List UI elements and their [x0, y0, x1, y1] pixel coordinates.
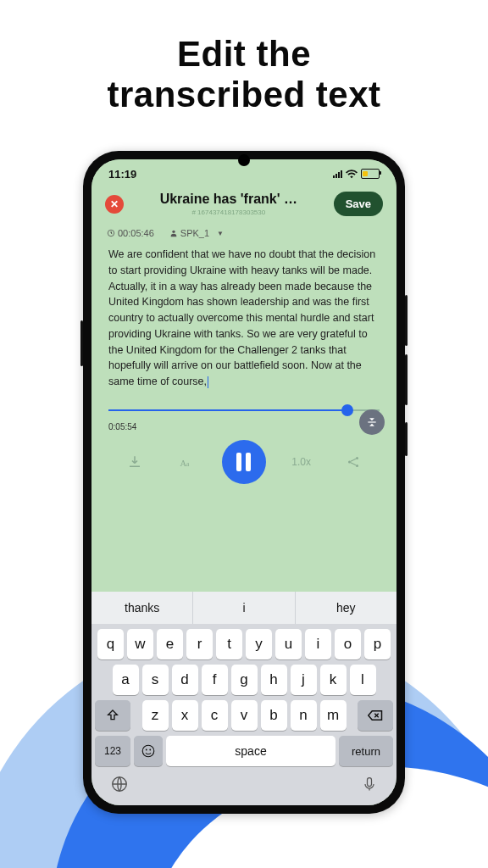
speaker-selector[interactable]: SPK_1 ▼	[169, 228, 224, 238]
suggestion-item[interactable]: hey	[295, 592, 396, 624]
key-a[interactable]: a	[113, 665, 139, 695]
key-u[interactable]: u	[275, 629, 302, 659]
key-q[interactable]: q	[97, 629, 124, 659]
key-j[interactable]: j	[291, 665, 317, 695]
promo-line-1: Edit the	[0, 34, 488, 75]
key-p[interactable]: p	[364, 629, 391, 659]
key-e[interactable]: e	[157, 629, 183, 659]
key-i[interactable]: i	[305, 629, 331, 659]
key-r[interactable]: r	[186, 629, 213, 659]
phone-mockup: 11:19 ✕ Ukraine has 'frank' … # 16743741…	[83, 151, 405, 814]
expand-collapse-button[interactable]	[359, 409, 385, 435]
playback-slider[interactable]	[108, 400, 380, 420]
svg-point-9	[146, 749, 147, 751]
return-key[interactable]: return	[339, 736, 393, 766]
battery-icon	[361, 169, 380, 179]
key-g[interactable]: g	[231, 665, 258, 695]
keyboard-suggestions: thanks i hey	[92, 592, 396, 624]
playback-speed-button[interactable]: 1.0x	[285, 456, 319, 468]
suggestion-item[interactable]: i	[192, 592, 294, 624]
key-h[interactable]: h	[261, 665, 287, 695]
svg-point-8	[142, 745, 154, 757]
wifi-icon	[346, 169, 358, 179]
document-title: Ukraine has 'frank' …	[130, 192, 327, 207]
key-b[interactable]: b	[261, 700, 287, 731]
suggestion-item[interactable]: thanks	[92, 592, 192, 624]
key-n[interactable]: n	[291, 700, 317, 731]
svg-point-5	[348, 460, 351, 463]
download-button[interactable]	[118, 454, 152, 470]
clock-icon	[107, 229, 115, 237]
transcript-text[interactable]: We are confident that we have no doubt t…	[92, 243, 396, 400]
key-f[interactable]: f	[202, 665, 228, 695]
mic-key[interactable]	[361, 775, 378, 797]
chevron-down-icon: ▼	[217, 230, 224, 237]
segment-timestamp: 00:05:46	[107, 228, 154, 238]
svg-point-10	[149, 749, 151, 751]
share-button[interactable]	[336, 454, 370, 470]
key-v[interactable]: v	[231, 700, 258, 731]
key-s[interactable]: s	[142, 665, 169, 695]
text-cursor	[208, 376, 208, 388]
time-current: 0:05:54	[108, 422, 136, 431]
key-c[interactable]: c	[202, 700, 228, 731]
pause-button[interactable]	[222, 440, 266, 484]
document-id: # 167437418178303530	[130, 209, 327, 216]
person-icon	[169, 229, 178, 237]
front-camera-cutout	[238, 154, 250, 166]
numeric-key[interactable]: 123	[95, 736, 130, 766]
key-z[interactable]: z	[142, 700, 169, 731]
promo-line-2: transcribed text	[0, 75, 488, 115]
keyboard: qwertyuiop asdfghjkl zxcvbnm 123	[92, 624, 396, 770]
promo-heading: Edit the transcribed text	[0, 34, 488, 116]
svg-text:a: a	[186, 459, 190, 467]
key-x[interactable]: x	[172, 700, 198, 731]
svg-point-6	[356, 457, 358, 459]
shift-key[interactable]	[95, 700, 130, 731]
key-k[interactable]: k	[320, 665, 347, 695]
key-t[interactable]: t	[216, 629, 242, 659]
backspace-key[interactable]	[358, 700, 393, 731]
status-time: 11:19	[108, 168, 136, 181]
save-button[interactable]: Save	[334, 192, 383, 216]
key-w[interactable]: w	[127, 629, 153, 659]
key-y[interactable]: y	[246, 629, 272, 659]
svg-point-7	[356, 465, 358, 467]
key-l[interactable]: l	[350, 665, 376, 695]
pause-icon	[236, 453, 251, 471]
space-key[interactable]: space	[166, 736, 336, 766]
svg-rect-12	[368, 778, 372, 787]
svg-rect-2	[368, 421, 375, 422]
font-style-button[interactable]: Aa	[169, 454, 203, 470]
key-m[interactable]: m	[320, 700, 347, 731]
globe-key[interactable]	[110, 775, 129, 797]
emoji-key[interactable]	[134, 736, 163, 766]
svg-point-1	[172, 231, 175, 233]
key-d[interactable]: d	[172, 665, 198, 695]
signal-icon	[333, 170, 342, 178]
key-o[interactable]: o	[335, 629, 361, 659]
close-button[interactable]: ✕	[105, 195, 124, 214]
